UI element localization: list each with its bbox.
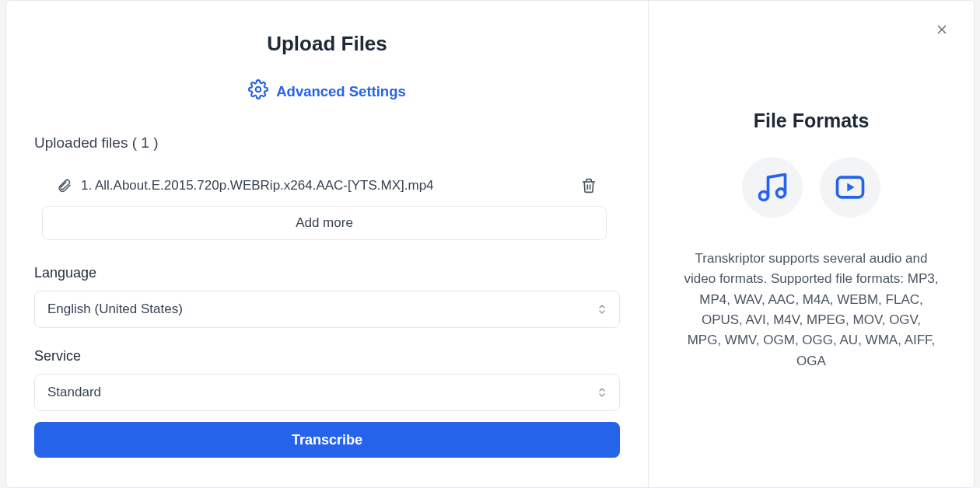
- format-icons: [680, 157, 943, 218]
- delete-file-button[interactable]: [581, 178, 597, 193]
- svg-point-3: [760, 192, 768, 200]
- add-more-button[interactable]: Add more: [42, 206, 607, 240]
- service-value: Standard: [47, 385, 101, 400]
- service-label: Service: [34, 348, 620, 364]
- uploaded-files-heading: Uploaded files ( 1 ): [34, 134, 620, 152]
- upload-panel: Upload Files Advanced Settings Uploaded …: [6, 1, 649, 487]
- close-icon: [935, 23, 949, 40]
- language-label: Language: [34, 265, 620, 281]
- upload-modal: Upload Files Advanced Settings Uploaded …: [5, 0, 975, 488]
- svg-marker-6: [847, 183, 854, 192]
- close-button[interactable]: [933, 23, 950, 40]
- advanced-settings-link[interactable]: Advanced Settings: [34, 79, 620, 103]
- service-select[interactable]: Standard: [34, 374, 620, 411]
- file-row: 1. All.About.E.2015.720p.WEBRip.x264.AAC…: [34, 166, 620, 206]
- svg-point-4: [777, 189, 786, 197]
- page-title: Upload Files: [34, 32, 620, 56]
- select-caret-icon: [597, 385, 607, 400]
- audio-format-icon: [742, 157, 803, 218]
- advanced-settings-label: Advanced Settings: [276, 83, 406, 100]
- video-format-icon: [820, 157, 880, 218]
- formats-title: File Formats: [680, 110, 943, 132]
- info-panel: File Formats Transkriptor supports sever…: [649, 1, 974, 487]
- file-name: 1. All.About.E.2015.720p.WEBRip.x264.AAC…: [81, 178, 581, 193]
- attachment-icon: [58, 179, 72, 193]
- language-select[interactable]: English (United States): [34, 291, 620, 328]
- svg-point-0: [256, 87, 261, 92]
- gear-icon: [248, 79, 268, 103]
- select-caret-icon: [597, 302, 607, 317]
- language-value: English (United States): [47, 302, 183, 317]
- transcribe-button[interactable]: Transcribe: [34, 422, 620, 458]
- formats-description: Transkriptor supports several audio and …: [683, 249, 940, 371]
